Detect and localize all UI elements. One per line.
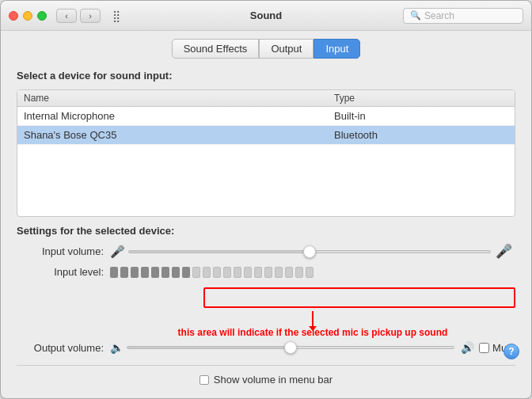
main-window: ‹ › ⣿ Sound 🔍 Search Sound Effects Outpu…: [0, 0, 532, 399]
content-area: Select a device for sound input: Name Ty…: [1, 65, 531, 398]
search-icon: 🔍: [410, 10, 421, 21]
traffic-lights: [9, 11, 47, 21]
level-bar: [182, 267, 190, 278]
level-bar: [234, 267, 241, 278]
mute-checkbox[interactable]: [479, 343, 489, 353]
device-name: Internal Microphone: [24, 110, 334, 122]
mic-icon-right: 🎤: [496, 243, 512, 260]
level-bar: [203, 267, 211, 278]
tabs-bar: Sound Effects Output Input: [1, 31, 531, 65]
back-button[interactable]: ‹: [56, 9, 77, 23]
level-bar: [285, 267, 293, 278]
help-button[interactable]: ?: [504, 344, 519, 359]
device-type: Bluetooth: [334, 129, 508, 141]
show-volume-label: Show volume in menu bar: [214, 374, 332, 386]
search-bar[interactable]: 🔍 Search: [403, 8, 523, 24]
divider: [17, 365, 515, 366]
table-header: Name Type: [17, 90, 515, 107]
device-type: Built-in: [334, 110, 508, 122]
output-volume-slider[interactable]: [127, 341, 454, 354]
input-level-meter: [110, 267, 515, 278]
level-bar: [141, 267, 149, 278]
show-volume-checkbox[interactable]: [200, 375, 209, 385]
input-volume-row: Input volume: 🎤 🎤: [17, 243, 515, 260]
input-level-label: Input level:: [17, 266, 104, 278]
output-volume-label: Output volume:: [17, 342, 104, 354]
level-bar: [192, 267, 200, 278]
tab-input[interactable]: Input: [314, 39, 360, 59]
volume-low-icon: 🔈: [110, 341, 124, 354]
level-bar: [306, 267, 314, 278]
level-bar: [254, 267, 262, 278]
device-table: Name Type Internal Microphone Built-in S…: [17, 89, 515, 217]
output-volume-row: Output volume: 🔈 🔊 Mute: [17, 341, 515, 354]
col-name-header: Name: [24, 93, 334, 104]
level-bar: [244, 267, 252, 278]
input-level-row: Input level:: [17, 266, 515, 278]
nav-buttons: ‹ ›: [56, 9, 101, 23]
tab-output[interactable]: Output: [259, 39, 314, 59]
level-bar: [162, 267, 169, 278]
close-button[interactable]: [9, 11, 18, 21]
select-device-title: Select a device for sound input:: [17, 70, 515, 82]
level-bar: [151, 267, 159, 278]
mic-icon-left: 🎤: [110, 245, 125, 259]
show-volume-row: Show volume in menu bar: [17, 374, 515, 386]
table-empty-space: [17, 145, 515, 216]
level-bar: [295, 267, 303, 278]
input-volume-slider[interactable]: [128, 245, 491, 258]
minimize-button[interactable]: [23, 11, 32, 21]
forward-button[interactable]: ›: [80, 9, 101, 23]
window-title: Sound: [250, 10, 282, 21]
level-bar: [172, 267, 180, 278]
search-placeholder: Search: [424, 10, 454, 21]
annotation-box: [203, 287, 515, 308]
titlebar: ‹ › ⣿ Sound 🔍 Search: [1, 1, 531, 31]
device-name: Shana's Bose QC35: [24, 129, 334, 141]
maximize-button[interactable]: [37, 11, 47, 21]
level-bar: [223, 267, 231, 278]
volume-high-icon: 🔊: [461, 341, 474, 354]
level-bar: [131, 267, 139, 278]
level-bar: [213, 267, 221, 278]
tab-sound-effects[interactable]: Sound Effects: [172, 39, 260, 59]
annotation-arrow: [312, 311, 314, 327]
table-row[interactable]: Internal Microphone Built-in: [17, 107, 515, 126]
table-row[interactable]: Shana's Bose QC35 Bluetooth: [17, 126, 515, 145]
level-bar: [275, 267, 283, 278]
settings-title: Settings for the selected device:: [17, 225, 515, 237]
level-bar: [120, 267, 128, 278]
level-bar: [110, 267, 118, 278]
annotation-area: this area will indicate if the selected …: [110, 284, 515, 341]
col-type-header: Type: [334, 93, 508, 104]
input-volume-label: Input volume:: [17, 245, 104, 257]
grid-button[interactable]: ⣿: [107, 9, 126, 23]
level-bar: [264, 267, 272, 278]
